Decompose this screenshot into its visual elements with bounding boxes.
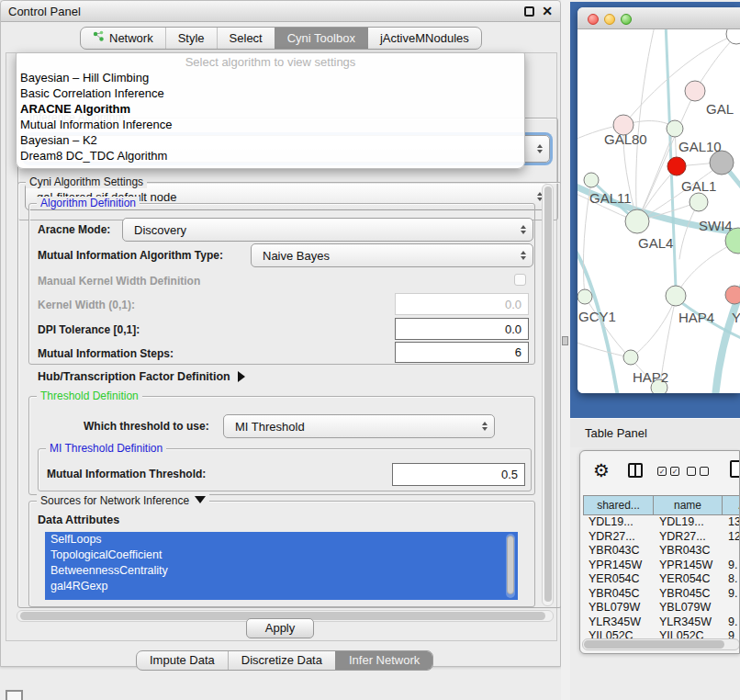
- mi-threshold-value: 0.5: [501, 468, 518, 481]
- table-row[interactable]: YBR045CYBR045C9.: [583, 587, 740, 602]
- mac-zoom-icon[interactable]: [621, 14, 632, 25]
- mi-threshold-input[interactable]: 0.5: [392, 463, 525, 486]
- network-window-titlebar[interactable]: [577, 7, 740, 29]
- tab-jactivemnodules[interactable]: jActiveMNodules: [367, 28, 481, 49]
- network-edge: [676, 243, 735, 296]
- table-cell: YDL19...: [583, 515, 654, 530]
- network-node-gcy1[interactable]: [577, 289, 592, 304]
- dpi-tolerance-label: DPI Tolerance [0,1]:: [38, 323, 140, 336]
- dropdown-item[interactable]: Bayesian – K2: [17, 132, 524, 148]
- close-icon[interactable]: ✕: [542, 4, 553, 18]
- which-threshold-combobox[interactable]: MI Threshold: [223, 414, 495, 438]
- export-table-icon[interactable]: [730, 460, 740, 478]
- combobox-stepper-icon: [482, 422, 488, 431]
- column-header[interactable]: A: [723, 495, 740, 515]
- deselect-all-columns-icon[interactable]: [687, 467, 709, 476]
- columns-icon[interactable]: [628, 463, 643, 478]
- combobox-stepper-icon: [521, 225, 526, 234]
- mac-minimize-icon[interactable]: [604, 14, 615, 25]
- tab-cyni-toolbox[interactable]: Cyni Toolbox: [275, 28, 367, 49]
- column-header[interactable]: shared...: [583, 495, 654, 515]
- settings-vertical-scrollbar[interactable]: [542, 184, 554, 606]
- table-cell: YBR043C: [583, 544, 654, 559]
- attribute-item-selected[interactable]: BetweennessCentrality: [45, 563, 518, 579]
- data-attributes-label: Data Attributes: [38, 514, 119, 526]
- attribute-item-selected[interactable]: SelfLoops: [45, 532, 518, 548]
- apply-button[interactable]: Apply: [246, 618, 314, 638]
- attributes-scrollbar-thumb[interactable]: [507, 536, 514, 594]
- kernel-width-input[interactable]: 0.0: [395, 293, 529, 315]
- mi-steps-value: 6: [515, 345, 521, 359]
- node-label: Y: [732, 310, 740, 325]
- float-window-icon[interactable]: [524, 6, 534, 17]
- table-row[interactable]: YER054CYER054C8.: [583, 572, 740, 587]
- table-cell: YDR27...: [654, 530, 723, 545]
- network-canvas[interactable]: GALGAL80GAL10GAL1GAL11GAL4SWI4GCY1HAP4YH…: [577, 29, 740, 393]
- manual-kernel-checkbox[interactable]: [514, 274, 526, 286]
- combobox-stepper-icon: [537, 144, 543, 153]
- gear-icon[interactable]: ⚙: [593, 459, 610, 481]
- network-node-hap2[interactable]: [623, 350, 638, 365]
- tab-label: jActiveMNodules: [380, 28, 469, 49]
- table-row[interactable]: YPR145WYPR145W9.: [583, 559, 740, 573]
- network-edge: [636, 29, 656, 221]
- tab-discretize-data[interactable]: Discretize Data: [228, 651, 335, 670]
- network-graph[interactable]: GALGAL80GAL10GAL1GAL11GAL4SWI4GCY1HAP4YH…: [577, 29, 740, 393]
- settings-scrollbar-thumb[interactable]: [544, 186, 552, 602]
- control-panel-titlebar[interactable]: Control Panel ✕: [1, 1, 560, 22]
- table-row[interactable]: YDL19...YDL19...13: [583, 515, 740, 530]
- table-row[interactable]: YDR27...YDR27...12: [583, 530, 740, 545]
- dropdown-item[interactable]: ARACNE Algorithm: [17, 101, 524, 117]
- tab-impute-data[interactable]: Impute Data: [137, 651, 228, 670]
- table-cell: YDR27...: [583, 530, 654, 545]
- mi-type-value: Naive Bayes: [263, 249, 330, 263]
- network-node-gal11[interactable]: [584, 173, 599, 187]
- desktop: Control Panel ✕ NetworkStyleSelectCyni T…: [0, 0, 740, 700]
- dropdown-item[interactable]: Bayesian – Hill Climbing: [17, 70, 524, 85]
- dropdown-item[interactable]: Mutual Information Inference: [17, 117, 524, 132]
- table-row[interactable]: YLR345WYLR345W9.: [583, 615, 740, 630]
- tab-label: Select: [230, 28, 263, 49]
- tab-infer-network[interactable]: Infer Network: [335, 651, 432, 670]
- dropdown-item[interactable]: Dream8 DC_TDC Algorithm: [17, 148, 524, 164]
- network-icon: [93, 28, 105, 49]
- network-node[interactable]: [726, 29, 740, 44]
- table-cell: YER054C: [654, 572, 723, 587]
- table-cell: [723, 601, 740, 615]
- attribute-item-selected[interactable]: gal4RGexp: [45, 579, 518, 594]
- network-node[interactable]: [667, 157, 686, 175]
- algorithm-dropdown-popup: Select algorithm to view settings Bayesi…: [16, 52, 525, 169]
- tab-select[interactable]: Select: [217, 28, 275, 49]
- mi-type-combobox[interactable]: Naive Bayes: [251, 243, 533, 267]
- table-row[interactable]: YBR043CYBR043C: [583, 544, 740, 559]
- network-node-gal10[interactable]: [667, 120, 683, 137]
- hub-definition-toggle[interactable]: Hub/Transcription Factor Definition: [38, 370, 245, 383]
- network-node-gal[interactable]: [685, 81, 705, 101]
- column-header[interactable]: name: [654, 495, 723, 515]
- attribute-item-selected[interactable]: TopologicalCoefficient: [45, 548, 518, 563]
- minimized-panel-icon[interactable]: [6, 690, 23, 700]
- network-node-gal4[interactable]: [625, 209, 649, 233]
- tab-network[interactable]: Network: [81, 28, 165, 49]
- dpi-tolerance-input[interactable]: 0.0: [395, 318, 529, 340]
- table-hscrollbar-thumb[interactable]: [584, 640, 724, 649]
- network-node-hap4[interactable]: [666, 286, 686, 306]
- mi-steps-input[interactable]: 6: [395, 342, 529, 363]
- network-node-gal1[interactable]: [690, 193, 708, 211]
- dropdown-item[interactable]: Basic Correlation Inference: [17, 85, 524, 101]
- table-row[interactable]: YBL079WYBL079W: [583, 601, 740, 615]
- data-attributes-list[interactable]: SelfLoopsTopologicalCoefficientBetweenne…: [45, 532, 518, 600]
- aracne-mode-combobox[interactable]: Discovery: [122, 218, 533, 242]
- network-view-window[interactable]: GALGAL80GAL10GAL1GAL11GAL4SWI4GCY1HAP4YH…: [577, 7, 740, 393]
- mac-close-icon[interactable]: [588, 14, 599, 25]
- table-cell: [723, 544, 740, 559]
- select-all-columns-icon[interactable]: ✓ ✓: [657, 467, 679, 476]
- splitter-grip[interactable]: [562, 336, 568, 345]
- node-label: GAL11: [589, 190, 632, 206]
- network-node-y[interactable]: [725, 286, 740, 304]
- node-table[interactable]: shared...nameA YDL19...YDL19...13YDR27..…: [583, 495, 740, 644]
- tab-style[interactable]: Style: [165, 28, 217, 49]
- sources-group-title[interactable]: Sources for Network Inference: [37, 494, 209, 507]
- panel-splitter[interactable]: [561, 0, 570, 700]
- table-header-row: shared...nameA: [583, 495, 740, 515]
